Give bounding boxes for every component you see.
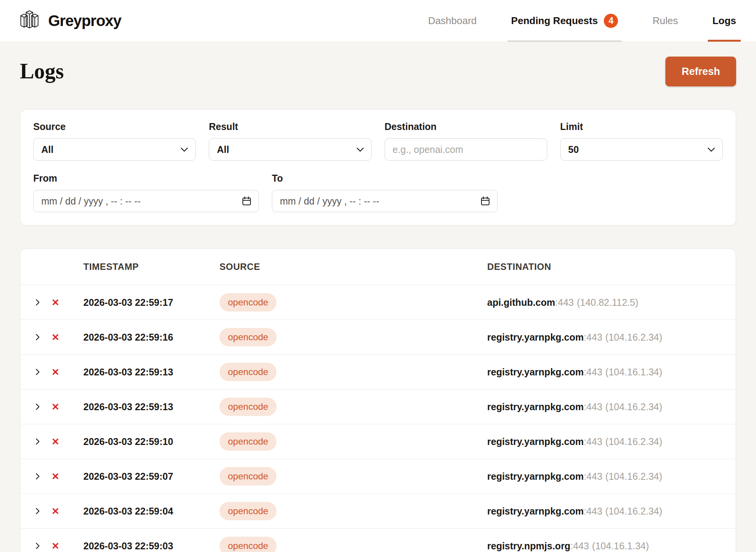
delete-row-button[interactable]: ✕ — [46, 332, 65, 343]
destination-port: :443 — [584, 401, 602, 412]
expand-row-button[interactable] — [29, 437, 46, 446]
destination-ip: (104.16.2.34) — [605, 401, 662, 412]
page-title: Logs — [20, 60, 64, 83]
column-header-source: SOURCE — [219, 261, 487, 272]
source-select[interactable]: All — [33, 138, 196, 161]
log-destination: api.github.com:443(140.82.112.5) — [487, 297, 736, 308]
source-badge: opencode — [219, 467, 276, 485]
log-timestamp: 2026-03-03 22:59:07 — [65, 471, 219, 482]
log-destination: registry.yarnpkg.com:443(104.16.2.34) — [487, 401, 736, 412]
expand-row-button[interactable] — [29, 507, 46, 515]
nav-rules-label: Rules — [652, 15, 678, 27]
destination-port: :443 — [555, 297, 574, 308]
chevron-right-icon — [33, 542, 42, 550]
log-timestamp: 2026-03-03 22:59:17 — [65, 297, 219, 308]
destination-label: Destination — [385, 121, 547, 132]
expand-row-button[interactable] — [29, 368, 46, 376]
table-row: ✕ 2026-03-03 22:59:07 opencode registry.… — [20, 459, 736, 494]
destination-port: :443 — [571, 541, 589, 551]
destination-ip: (104.16.2.34) — [605, 506, 662, 516]
table-row: ✕ 2026-03-03 22:59:13 opencode registry.… — [20, 354, 736, 389]
column-header-destination: DESTINATION — [487, 261, 736, 272]
source-badge: opencode — [219, 398, 276, 416]
expand-row-button[interactable] — [29, 542, 46, 550]
destination-host: registry.npmjs.org — [487, 541, 571, 551]
calendar-icon — [242, 196, 252, 206]
to-datetime-input[interactable]: mm / dd / yyyy , -- : -- -- — [272, 190, 497, 212]
app-header: Greyproxy Dashboard Pending Requests 4 R… — [0, 0, 756, 42]
pending-count-badge: 4 — [604, 14, 618, 28]
chevron-right-icon — [33, 507, 42, 515]
destination-host: registry.yarnpkg.com — [487, 436, 584, 447]
delete-row-button[interactable]: ✕ — [46, 471, 65, 482]
source-badge: opencode — [219, 328, 276, 346]
table-row: ✕ 2026-03-03 22:59:13 opencode registry.… — [20, 389, 736, 424]
destination-port: :443 — [584, 332, 602, 343]
filter-to: To mm / dd / yyyy , -- : -- -- — [272, 173, 497, 212]
brand: Greyproxy — [18, 0, 121, 42]
expand-row-button[interactable] — [29, 403, 46, 411]
filter-from: From mm / dd / yyyy , -- : -- -- — [33, 173, 259, 212]
table-row: ✕ 2026-03-03 22:59:03 opencode registry.… — [20, 528, 736, 552]
nav-rules[interactable]: Rules — [652, 0, 678, 42]
source-badge: opencode — [219, 432, 276, 451]
main-nav: Dashboard Pending Requests 4 Rules Logs — [393, 0, 736, 42]
delete-row-button[interactable]: ✕ — [46, 436, 65, 447]
delete-row-button[interactable]: ✕ — [46, 541, 65, 552]
log-destination: registry.yarnpkg.com:443(104.16.1.34) — [487, 367, 736, 378]
chevron-right-icon — [33, 437, 42, 446]
destination-port: :443 — [584, 471, 602, 482]
destination-host: registry.yarnpkg.com — [487, 332, 584, 343]
delete-row-button[interactable]: ✕ — [46, 506, 65, 517]
source-badge: opencode — [219, 363, 276, 381]
destination-port: :443 — [584, 436, 602, 447]
delete-row-button[interactable]: ✕ — [46, 401, 65, 412]
destination-ip: (104.16.2.34) — [605, 471, 662, 482]
destination-host: api.github.com — [487, 297, 555, 308]
destination-ip: (104.16.2.34) — [605, 332, 662, 343]
expand-row-button[interactable] — [29, 472, 46, 481]
destination-ip: (104.16.1.34) — [605, 367, 662, 377]
chevron-right-icon — [33, 333, 42, 341]
log-destination: registry.yarnpkg.com:443(104.16.2.34) — [487, 332, 736, 343]
log-timestamp: 2026-03-03 22:59:13 — [65, 401, 219, 412]
destination-host: registry.yarnpkg.com — [487, 401, 584, 412]
greyproxy-logo-icon — [18, 10, 41, 32]
filter-destination: Destination — [385, 121, 547, 161]
destination-host: registry.yarnpkg.com — [487, 471, 584, 482]
filter-result: Result All — [209, 121, 371, 161]
log-timestamp: 2026-03-03 22:59:16 — [65, 332, 219, 343]
nav-pending-requests[interactable]: Pending Requests 4 — [511, 0, 618, 42]
result-select[interactable]: All — [209, 138, 371, 161]
refresh-button[interactable]: Refresh — [665, 57, 736, 86]
log-timestamp: 2026-03-03 22:59:04 — [65, 506, 219, 517]
delete-row-button[interactable]: ✕ — [46, 367, 65, 378]
delete-row-button[interactable]: ✕ — [46, 297, 65, 308]
nav-logs-label: Logs — [712, 15, 736, 27]
destination-ip: (140.82.112.5) — [577, 297, 638, 308]
source-label: Source — [33, 121, 196, 132]
destination-ip: (104.16.1.34) — [592, 541, 649, 551]
nav-logs[interactable]: Logs — [712, 0, 736, 42]
log-destination: registry.npmjs.org:443(104.16.1.34) — [487, 541, 736, 552]
limit-label: Limit — [560, 121, 723, 132]
brand-name: Greyproxy — [48, 12, 121, 29]
from-datetime-input[interactable]: mm / dd / yyyy , -- : -- -- — [33, 190, 259, 212]
log-destination: registry.yarnpkg.com:443(104.16.2.34) — [487, 506, 736, 517]
expand-row-button[interactable] — [29, 333, 46, 341]
to-datetime-value: mm / dd / yyyy , -- : -- -- — [280, 196, 379, 207]
logs-table: TIMESTAMP SOURCE DESTINATION ✕ 2026-03-0… — [20, 248, 736, 552]
expand-row-button[interactable] — [29, 298, 46, 307]
chevron-right-icon — [33, 472, 42, 481]
table-row: ✕ 2026-03-03 22:59:17 opencode api.githu… — [20, 285, 736, 320]
source-badge: opencode — [219, 502, 276, 520]
table-row: ✕ 2026-03-03 22:59:16 opencode registry.… — [20, 320, 736, 354]
log-timestamp: 2026-03-03 22:59:13 — [65, 367, 219, 378]
destination-ip: (104.16.2.34) — [605, 436, 662, 447]
filter-limit: Limit 50 — [560, 121, 723, 161]
limit-select[interactable]: 50 — [560, 138, 723, 161]
source-badge: opencode — [219, 293, 276, 312]
destination-input[interactable] — [385, 138, 547, 161]
nav-dashboard[interactable]: Dashboard — [428, 0, 476, 42]
table-row: ✕ 2026-03-03 22:59:04 opencode registry.… — [20, 494, 736, 528]
